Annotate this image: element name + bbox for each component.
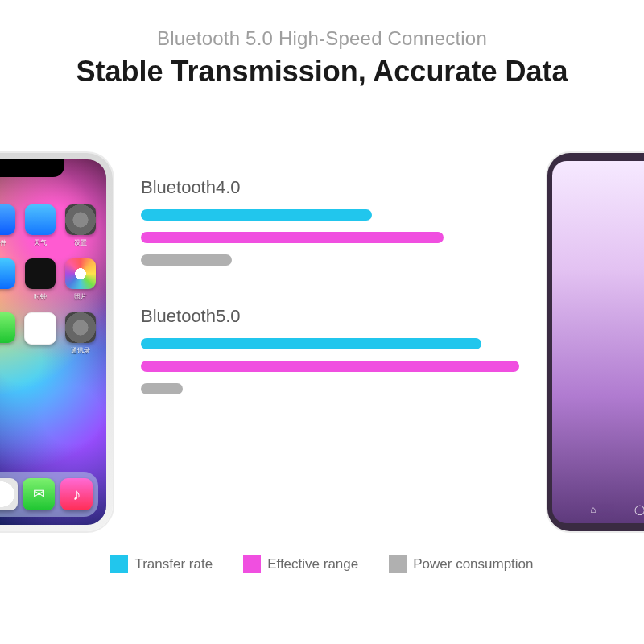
bar-power <box>141 254 232 266</box>
settings-icon <box>65 204 96 235</box>
clock-icon <box>25 258 56 289</box>
legend-swatch-icon <box>389 555 407 573</box>
legend-item-power: Power consumption <box>389 555 533 573</box>
group-label: Bluetooth5.0 <box>141 306 519 327</box>
app-label: 通讯录 <box>71 346 90 355</box>
contacts-icon <box>65 312 96 343</box>
app-label: 天气 <box>34 238 47 247</box>
legend-label: Effective range <box>267 556 358 572</box>
dock <box>0 472 98 517</box>
app-label: 邮件 <box>0 238 6 247</box>
chart-group-bt40: Bluetooth4.0 <box>141 177 519 266</box>
nav-bar: ⌂◯◁ <box>552 504 644 520</box>
app-label: 时钟 <box>34 292 47 301</box>
group-label: Bluetooth4.0 <box>141 177 519 198</box>
app-label: 设置 <box>74 238 87 247</box>
calendar-icon <box>24 312 56 345</box>
phone-left-illustration: 相机 邮件 天气 设置 视频 时钟 照片 健康 通讯录 <box>0 153 113 531</box>
page-title: Stable Transmission, Accurate Data <box>0 55 644 89</box>
bar-range <box>141 232 444 243</box>
chart-group-bt50: Bluetooth5.0 <box>141 306 519 394</box>
comparison-chart: Bluetooth4.0 Bluetooth5.0 <box>141 177 519 435</box>
bar-transfer <box>141 338 481 349</box>
legend-swatch-icon <box>243 555 261 573</box>
bar-power <box>141 383 183 394</box>
legend-swatch-icon <box>110 555 128 573</box>
bar-range <box>141 361 519 372</box>
legend-label: Power consumption <box>413 556 533 572</box>
messages-icon <box>23 478 55 510</box>
notch-icon <box>0 159 64 177</box>
bar-transfer <box>141 209 372 221</box>
app-label: 照片 <box>74 292 87 301</box>
phone-right-illustration: ▮▮▲ ⌂◯◁ <box>547 153 644 531</box>
legend-item-transfer: Transfer rate <box>110 555 213 573</box>
appstore-icon <box>0 258 15 289</box>
weather-icon <box>25 204 56 235</box>
photos-icon <box>65 258 96 289</box>
legend: Transfer rate Effective range Power cons… <box>0 555 644 573</box>
safari-icon <box>0 478 18 510</box>
music-icon <box>60 478 93 510</box>
legend-label: Transfer rate <box>134 556 213 572</box>
facetime-icon <box>0 312 15 343</box>
legend-item-range: Effective range <box>243 555 358 573</box>
page-subtitle: Bluetooth 5.0 High-Speed Connection <box>0 27 644 50</box>
status-bar: ▮▮▲ <box>552 164 644 177</box>
mail-icon <box>0 204 15 235</box>
